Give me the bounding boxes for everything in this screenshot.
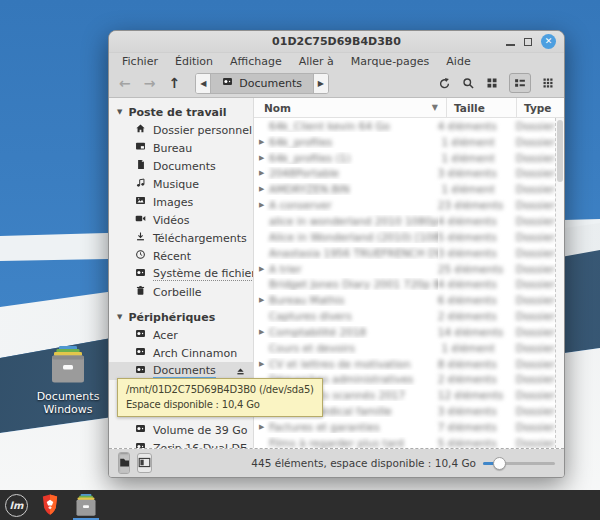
expander-icon[interactable]: ▶: [254, 169, 269, 177]
maximize-button[interactable]: [524, 38, 532, 46]
expander-icon[interactable]: ▶: [254, 360, 269, 368]
file-drawer-icon: [48, 368, 88, 387]
column-header-nom[interactable]: Nom ▼: [254, 98, 446, 117]
file-type: Dossier: [516, 199, 555, 211]
sidebar-item-syst-me-de-fichiers[interactable]: Système de fichiers: [109, 265, 253, 283]
scrollbar-thumb[interactable]: [557, 120, 563, 182]
file-name: Captures divers: [269, 310, 352, 322]
table-row[interactable]: ▶AMDRYZEN.BIN1 élémentDossier: [254, 181, 555, 197]
expander-icon[interactable]: ▶: [254, 138, 269, 146]
sidebar-item-zorin-16-dual-de[interactable]: Zorin 16 Dual DE: [109, 439, 253, 448]
file-size: 12 éléments: [438, 389, 503, 401]
sidebar-item-vid-os[interactable]: Vidéos: [109, 211, 253, 229]
breadcrumb-prev-icon[interactable]: ◀: [196, 74, 210, 93]
table-row[interactable]: Films à regarder plus tard5 élémentsDoss…: [254, 435, 555, 448]
table-row[interactable]: ▶Bureau Mathis6 élémentsDossier: [254, 292, 555, 308]
table-row[interactable]: Alice in Wonderland (2010) [1080p]5 élém…: [254, 229, 555, 245]
menu-item-2[interactable]: Édition: [175, 55, 213, 68]
table-row[interactable]: Cours et devoirs1 élémentDossier: [254, 340, 555, 356]
file-type: Dossier: [516, 342, 555, 354]
file-size: 25 éléments: [438, 263, 503, 275]
eject-icon[interactable]: [235, 366, 246, 377]
sidebar-item-bureau[interactable]: Bureau: [109, 139, 253, 157]
table-row[interactable]: ▶CV et lettres de motivation8 élémentsDo…: [254, 356, 555, 372]
menu-item-6[interactable]: Aide: [446, 55, 470, 68]
sidebar-item-dossier-personnel[interactable]: Dossier personnel: [109, 121, 253, 139]
scrollbar[interactable]: [555, 118, 564, 448]
file-name: CV et lettres de motivation: [269, 358, 411, 370]
menu-item-5[interactable]: Marque-pages: [351, 55, 429, 68]
file-size: 5 éléments: [438, 231, 497, 243]
desktop-icon-documents-windows[interactable]: Documents Windows: [26, 346, 110, 416]
expander-icon[interactable]: ▶: [254, 201, 269, 209]
sidebar-item-arch-cinnamon[interactable]: Arch Cinnamon: [109, 344, 253, 362]
file-type: Dossier: [516, 389, 555, 401]
collapse-triangle-icon: ▼: [117, 313, 122, 321]
sidebar-toggle-button[interactable]: [137, 453, 152, 473]
close-button[interactable]: ✕: [541, 34, 556, 49]
reload-icon[interactable]: [438, 77, 451, 90]
file-name: A conserver: [269, 199, 332, 211]
file-name: Cours et devoirs: [269, 342, 355, 354]
trash-icon: [135, 285, 146, 299]
list-view-icon[interactable]: [509, 73, 531, 93]
forward-button[interactable]: →: [144, 76, 156, 90]
expander-icon[interactable]: ▶: [254, 296, 269, 304]
expander-icon[interactable]: ▶: [254, 154, 269, 162]
table-row[interactable]: ▶Factures et garanties7 élémentsDossier: [254, 419, 555, 435]
image-icon: [135, 195, 146, 209]
sidebar-section-header[interactable]: ▼Périphériques: [109, 308, 253, 326]
file-name: Bridget Jones Diary 2001 720p BRR...: [269, 278, 438, 290]
table-row[interactable]: ▶A conserver23 élémentsDossier: [254, 197, 555, 213]
sidebar-item-volume-de-39-go[interactable]: Volume de 39 Go: [109, 421, 253, 439]
breadcrumb-current[interactable]: Documents: [210, 74, 314, 93]
places-toggle-button[interactable]: [119, 453, 130, 473]
up-button[interactable]: ↑: [168, 76, 180, 90]
minimize-button[interactable]: [506, 44, 515, 46]
table-row[interactable]: ▶A trier25 élémentsDossier: [254, 261, 555, 277]
sidebar-item-musique[interactable]: Musique: [109, 175, 253, 193]
zoom-slider-knob[interactable]: [493, 457, 506, 470]
table-row[interactable]: Captures divers2 élémentsDossier: [254, 308, 555, 324]
table-row[interactable]: alice in wonderland 2010 1080p eng...4 é…: [254, 213, 555, 229]
sidebar-item-documents[interactable]: Documents: [109, 157, 253, 175]
back-button[interactable]: ←: [119, 76, 131, 90]
sidebar-item-r-cent[interactable]: Récent: [109, 247, 253, 265]
column-header-type[interactable]: Type: [516, 98, 564, 117]
titlebar[interactable]: 01D2C75D69B4D3B0 ✕: [109, 31, 564, 53]
sidebar-item-images[interactable]: Images: [109, 193, 253, 211]
menu-item-4[interactable]: Aller à: [299, 55, 334, 68]
menubar: FichierÉditionAffichageAller àMarque-pag…: [109, 53, 564, 69]
window-title: 01D2C75D69B4D3B0: [109, 35, 564, 48]
file-size: 5 éléments: [438, 437, 497, 448]
search-icon[interactable]: [462, 77, 475, 90]
expander-icon[interactable]: ▶: [254, 185, 269, 193]
sidebar-section-header[interactable]: ▼Poste de travail: [109, 103, 253, 121]
sidebar-item-t-l-chargements[interactable]: Téléchargements: [109, 229, 253, 247]
sidebar-item-corbeille[interactable]: Corbeille: [109, 283, 253, 301]
menu-item-1[interactable]: Fichier: [122, 55, 158, 68]
table-row[interactable]: ▶2048Portable3 élémentsDossier: [254, 166, 555, 182]
icon-view-icon[interactable]: [486, 77, 498, 89]
expander-icon[interactable]: ▶: [254, 423, 269, 431]
column-header-taille[interactable]: Taille: [446, 98, 516, 117]
file-type: Dossier: [516, 247, 555, 259]
file-manager-taskbar-icon[interactable]: [72, 490, 100, 520]
compact-view-icon[interactable]: [542, 77, 554, 89]
table-row[interactable]: Bridget Jones Diary 2001 720p BRR...4 él…: [254, 276, 555, 292]
breadcrumb-next-icon[interactable]: ▶: [314, 74, 328, 93]
sidebar-item-acer[interactable]: Acer: [109, 326, 253, 344]
download-icon: [135, 231, 146, 245]
zoom-slider[interactable]: [483, 456, 555, 470]
table-row[interactable]: ▶64k_profiles1 élémentDossier: [254, 134, 555, 150]
brave-browser-icon[interactable]: [36, 490, 64, 520]
table-row[interactable]: ▶64k_profiles (1)1 élémentDossier: [254, 150, 555, 166]
table-row[interactable]: 64k_Client kevin 64 Go4 élémentsDossier: [254, 118, 555, 134]
expander-icon[interactable]: ▶: [254, 265, 269, 273]
table-row[interactable]: ▶Comptabilité 201814 élémentsDossier: [254, 324, 555, 340]
table-row[interactable]: Anastasia 1956 TRUEFRENCH DVDRI...3 élém…: [254, 245, 555, 261]
expander-icon[interactable]: ▶: [254, 328, 269, 336]
file-size: 2 éléments: [438, 373, 497, 385]
menu-item-3[interactable]: Affichage: [230, 55, 282, 68]
mint-menu-button[interactable]: lm: [5, 494, 28, 517]
